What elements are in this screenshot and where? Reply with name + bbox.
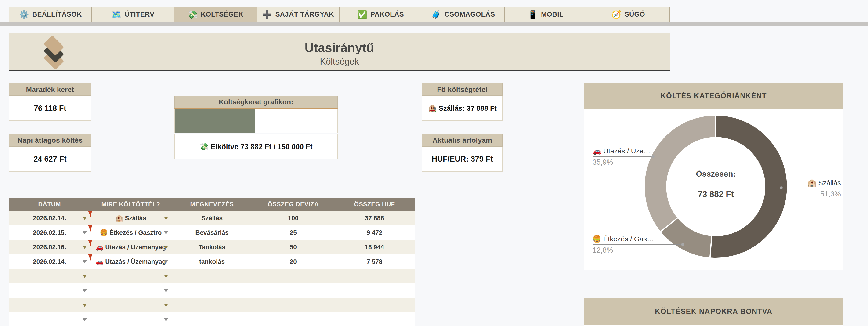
date-cell[interactable] [9, 284, 90, 298]
dropdown-arrow-icon[interactable] [164, 217, 168, 220]
date-cell[interactable] [9, 298, 90, 313]
dropdown-arrow-icon[interactable] [83, 231, 87, 234]
amount-huf-cell[interactable]: 7 578 [334, 255, 415, 269]
name-cell[interactable] [172, 313, 252, 326]
dropdown-arrow-icon[interactable] [164, 318, 168, 321]
amount-fx-cell[interactable] [252, 298, 334, 313]
leader-line [593, 156, 653, 157]
tab-csomagolas[interactable]: 🧳 CSOMAGOLÁS [422, 6, 505, 22]
date-cell[interactable]: 2026.02.14. [9, 255, 90, 269]
category-cell[interactable]: 🍔 Étkezés / Gasztro [90, 226, 171, 240]
budget-graph-title: Költségkeret grafikon: [175, 96, 338, 109]
note-flag-icon [88, 240, 92, 246]
category-cell[interactable] [90, 269, 171, 284]
dropdown-arrow-icon[interactable] [164, 289, 168, 292]
dropdown-arrow-icon[interactable] [164, 246, 168, 249]
tab-sajat-targyak[interactable]: ➕ SAJÁT TÁRGYAK [256, 6, 340, 22]
slice-pct-utazas: 35,9% [593, 158, 613, 167]
date-cell[interactable]: 2026.02.15. [9, 226, 90, 240]
name-cell[interactable]: Bevásárlás [172, 226, 252, 240]
date-cell[interactable]: 2026.02.16. [9, 240, 90, 255]
category-cell[interactable] [90, 298, 171, 313]
category-donut-chart[interactable] [643, 114, 788, 259]
category-cell[interactable]: 🏨 Szállás [90, 211, 171, 226]
donut-center-value: 73 882 Ft [669, 189, 763, 199]
amount-fx-cell[interactable] [252, 269, 334, 284]
name-cell[interactable]: Szállás [172, 211, 252, 226]
luggage-icon: 🧳 [431, 10, 441, 19]
date-cell[interactable] [9, 313, 90, 326]
amount-huf-cell[interactable] [334, 298, 415, 313]
tabbar-divider [0, 22, 868, 26]
tab-label: MOBIL [541, 10, 563, 18]
table-header-row: DÁTUM MIRE KÖLTÖTTÉL? MEGNEVEZÉS ÖSSZEG … [9, 198, 415, 211]
category-cell[interactable]: 🚗 Utazás / Üzemanyag [90, 255, 171, 269]
tab-beallitasok[interactable]: ⚙️ BEÁLLÍTÁSOK [9, 6, 92, 22]
dropdown-arrow-icon[interactable] [83, 318, 87, 321]
name-cell[interactable]: tankolás [172, 255, 252, 269]
slice-label-szallas: 🏨 Szállás [779, 179, 841, 187]
leader-line [781, 188, 841, 188]
amount-huf-cell[interactable]: 18 944 [334, 240, 415, 255]
dropdown-arrow-icon[interactable] [83, 217, 87, 220]
tab-label: SÚGÓ [625, 10, 645, 18]
amount-fx-cell[interactable]: 100 [252, 211, 334, 226]
category-cell[interactable] [90, 313, 171, 326]
remaining-budget-value: 76 118 Ft [9, 96, 91, 121]
top-expense-value: 🏨 Szállás: 37 888 Ft [422, 96, 503, 121]
leader-line [593, 244, 683, 245]
table-row: 2026.02.14. 🏨 Szállás Szállás 100 37 888 [9, 211, 415, 226]
dropdown-arrow-icon[interactable] [83, 304, 87, 307]
dropdown-arrow-icon[interactable] [164, 260, 168, 263]
name-cell[interactable] [172, 284, 252, 298]
gear-icon: ⚙️ [19, 10, 29, 19]
table-row: 2026.02.14. 🚗 Utazás / Üzemanyag tankolá… [9, 255, 415, 269]
category-cell[interactable] [90, 284, 171, 298]
tab-label: BEÁLLÍTÁSOK [32, 10, 82, 18]
phone-icon: 📱 [528, 10, 537, 19]
col-header-amount-huf: ÖSSZEG HUF [334, 198, 415, 211]
date-cell[interactable]: 2026.02.14. [9, 211, 90, 226]
expense-table: DÁTUM MIRE KÖLTÖTTÉL? MEGNEVEZÉS ÖSSZEG … [9, 198, 415, 326]
name-cell[interactable]: Tankolás [172, 240, 252, 255]
plus-icon: ➕ [262, 10, 272, 19]
col-header-category: MIRE KÖLTÖTTÉL? [90, 198, 171, 211]
map-icon: 🗺️ [112, 10, 121, 19]
note-flag-icon [88, 255, 92, 261]
dropdown-arrow-icon[interactable] [164, 275, 168, 278]
amount-fx-cell[interactable]: 20 [252, 255, 334, 269]
category-cell[interactable]: 🚗 Utazás / Üzemanyag [90, 240, 171, 255]
amount-fx-cell[interactable] [252, 313, 334, 326]
tab-utiterv[interactable]: 🗺️ ÚTITERV [91, 6, 175, 22]
name-cell[interactable] [172, 298, 252, 313]
col-header-datum: DÁTUM [9, 198, 90, 211]
slice-label-utazas: 🚗 Utazás / Üze… [593, 147, 651, 155]
leader-dot [780, 186, 783, 189]
amount-huf-cell[interactable] [334, 269, 415, 284]
table-row [9, 313, 415, 326]
dropdown-arrow-icon[interactable] [83, 289, 87, 292]
amount-huf-cell[interactable] [334, 313, 415, 326]
amount-huf-cell[interactable]: 37 888 [334, 211, 415, 226]
compass-icon: 🧭 [612, 10, 621, 19]
name-cell[interactable] [172, 269, 252, 284]
amount-fx-cell[interactable]: 50 [252, 240, 334, 255]
tab-sugo[interactable]: 🧭 SÚGÓ [587, 6, 670, 22]
tab-mobil[interactable]: 📱 MOBIL [504, 6, 587, 22]
tab-pakolas[interactable]: ✅ PAKOLÁS [339, 6, 422, 22]
amount-fx-cell[interactable] [252, 284, 334, 298]
amount-fx-cell[interactable]: 25 [252, 226, 334, 240]
dropdown-arrow-icon[interactable] [83, 260, 87, 263]
dropdown-arrow-icon[interactable] [164, 304, 168, 307]
note-flag-icon [88, 211, 92, 217]
leader-dot [681, 243, 684, 246]
dropdown-arrow-icon[interactable] [164, 231, 168, 234]
leader-dot [651, 155, 654, 158]
dropdown-arrow-icon[interactable] [83, 275, 87, 278]
dropdown-arrow-icon[interactable] [83, 246, 87, 249]
tab-koltsegek[interactable]: 💸 KÖLTSÉGEK [174, 6, 257, 22]
date-cell[interactable] [9, 269, 90, 284]
spreadsheet-page: ⚙️ BEÁLLÍTÁSOK 🗺️ ÚTITERV 💸 KÖLTSÉGEK ➕ … [0, 0, 868, 326]
amount-huf-cell[interactable]: 9 472 [334, 226, 415, 240]
amount-huf-cell[interactable] [334, 284, 415, 298]
